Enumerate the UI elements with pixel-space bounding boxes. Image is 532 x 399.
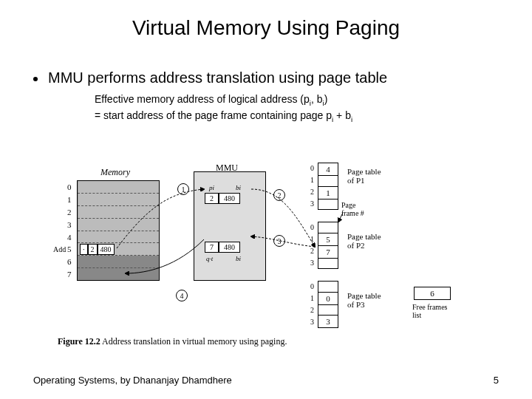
arrows-svg <box>59 163 473 340</box>
subtext-part: , b <box>311 93 323 105</box>
slide-title: Virtual Memory Using Paging <box>0 0 532 55</box>
figure-caption: Figure 12.2 Address translation in virtu… <box>58 336 287 347</box>
figure: Memory MMU 0 1 2 3 4 5 6 7 Add · 2 480 p… <box>59 163 473 347</box>
sub: i <box>351 115 352 123</box>
subtext-part: ) <box>324 93 328 105</box>
bullet-icon <box>33 77 38 81</box>
subtext-part: + b <box>333 109 351 121</box>
caption-rest: Address translation in virtual memory us… <box>100 336 287 347</box>
subtext: Effective memory address of logical addr… <box>0 92 532 124</box>
page-number: 5 <box>494 375 499 386</box>
bullet-text: MMU performs address translation using p… <box>48 69 387 86</box>
subtext-part: Effective memory address of logical addr… <box>95 93 310 105</box>
caption-bold: Figure 12.2 <box>58 336 100 347</box>
footer-left: Operating Systems, by Dhananjay Dhamdher… <box>33 375 232 386</box>
subtext-part: = start address of the page frame contai… <box>95 109 332 121</box>
svg-line-0 <box>338 213 343 222</box>
bullet-item: MMU performs address translation using p… <box>0 69 532 86</box>
